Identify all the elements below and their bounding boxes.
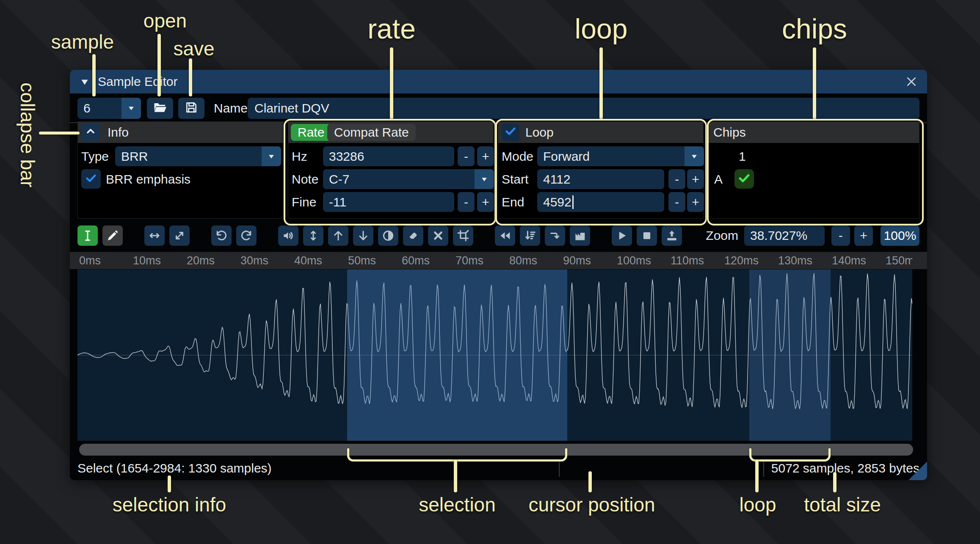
stop-preview-button[interactable] [637, 225, 657, 246]
draw-tool-button[interactable] [102, 225, 123, 246]
apply-silence-button[interactable] [428, 225, 448, 246]
play-icon [616, 229, 628, 242]
chip-enable-checkbox[interactable] [734, 169, 754, 189]
ruler-label: 110ms [671, 252, 704, 269]
type-combo[interactable]: BRR [115, 146, 281, 166]
fine-minus-button[interactable]: - [458, 192, 475, 212]
trim-button[interactable] [453, 225, 473, 246]
zoom-input[interactable]: 38.7027% [744, 225, 825, 246]
arrows-horizontal-icon [148, 229, 161, 242]
preview-button[interactable] [612, 225, 632, 246]
wavetable-icon [574, 229, 586, 242]
loop-start-label: Start [502, 169, 528, 189]
save-sample-button[interactable] [178, 98, 204, 119]
loop-start-minus-button[interactable]: - [668, 169, 685, 189]
chevron-down-icon[interactable] [685, 146, 704, 166]
chevron-down-icon[interactable] [262, 146, 281, 166]
eraser-icon [407, 229, 420, 242]
loop-region[interactable] [749, 269, 831, 441]
annotation-selection: selection [419, 493, 496, 516]
create-wavetable-button[interactable] [570, 225, 590, 246]
chevron-down-icon[interactable] [121, 98, 141, 119]
select-tool-button[interactable] [77, 225, 98, 246]
ruler-label: 10ms [133, 252, 161, 269]
loop-end-plus-button[interactable]: + [687, 192, 704, 212]
selection-region[interactable] [347, 269, 567, 441]
zoom-reset-button[interactable]: 100% [881, 225, 919, 246]
chevron-up-icon [85, 125, 97, 140]
type-value: BRR [121, 146, 148, 166]
fine-plus-button[interactable]: + [477, 192, 494, 212]
toolbar: Zoom 38.7027% - + 100% [77, 225, 919, 246]
zoom-plus-button[interactable]: + [854, 225, 873, 246]
window-collapse-triangle-icon[interactable] [79, 76, 90, 87]
close-icon[interactable] [905, 75, 918, 88]
check-icon [85, 172, 97, 186]
upload-sample-button[interactable] [662, 225, 682, 246]
resize-button[interactable] [144, 225, 165, 246]
chevron-down-icon[interactable] [475, 169, 494, 189]
brr-emphasis-checkbox[interactable] [81, 169, 101, 189]
insert-silence-button[interactable] [545, 225, 565, 246]
hz-input[interactable]: 33286 [323, 146, 454, 166]
loop-checkbox[interactable] [502, 124, 519, 141]
resample-button[interactable] [169, 225, 190, 246]
arrow-hook-down-icon [549, 229, 561, 242]
signed-unsigned-button[interactable] [403, 225, 423, 246]
info-panel-title: Info [108, 122, 129, 143]
speaker-icon [282, 229, 295, 242]
undo-button[interactable] [211, 225, 232, 246]
ruler-label: 140ms [832, 252, 866, 269]
rate-panel: Rate Compat Rate Hz 33286 - + Note C-7 F… [288, 121, 494, 219]
normalize-button[interactable] [303, 225, 323, 246]
arrows-vertical-icon [307, 229, 320, 242]
zoom-minus-button[interactable]: - [831, 225, 850, 246]
annotation-cursor-position: cursor position [528, 493, 655, 516]
annotation-rate: rate [367, 13, 416, 45]
loop-start-input[interactable]: 4112 [537, 169, 664, 189]
tab-rate[interactable]: Rate [291, 124, 331, 141]
chip-column-header: 1 [739, 146, 746, 166]
annotation-line [39, 132, 80, 135]
sample-selector[interactable]: 6 [77, 98, 141, 119]
note-combo[interactable]: C-7 [323, 169, 494, 189]
hz-plus-button[interactable]: + [477, 146, 494, 166]
hz-minus-button[interactable]: - [458, 146, 475, 166]
fine-input[interactable]: -11 [323, 192, 454, 212]
invert-button[interactable] [378, 225, 398, 246]
selection-info-text: Select (1654-2984: 1330 samples) [77, 457, 272, 479]
loop-mode-value: Forward [543, 146, 590, 166]
loop-start-plus-button[interactable]: + [687, 169, 704, 189]
ruler-label: 0ms [79, 252, 101, 269]
titlebar[interactable]: Sample Editor [70, 70, 927, 93]
fade-in-button[interactable] [328, 225, 348, 246]
loop-end-input[interactable]: 4592 [537, 192, 664, 212]
annotation-line [454, 459, 457, 492]
loop-mode-combo[interactable]: Forward [537, 146, 704, 166]
amplify-button[interactable] [278, 225, 298, 246]
ruler-label: 150ms [886, 252, 912, 269]
sample-editor-window: Sample Editor 6 Name Clarinet DQV Info T… [70, 70, 927, 480]
open-sample-button[interactable] [147, 98, 173, 119]
waveform-view[interactable] [77, 269, 912, 441]
annotation-loop-bottom: loop [740, 493, 776, 516]
tab-compat-rate[interactable]: Compat Rate [327, 124, 416, 141]
filter-button[interactable] [520, 225, 540, 246]
top-controls-row: 6 Name Clarinet DQV [70, 98, 927, 119]
collapse-bar-button[interactable] [81, 123, 100, 142]
name-input[interactable]: Clarinet DQV [248, 98, 919, 119]
loop-end-label: End [502, 192, 524, 212]
pencil-icon [106, 229, 119, 242]
ruler-label: 100ms [617, 252, 651, 269]
annotation-line [755, 459, 759, 492]
resize-grip[interactable] [908, 462, 927, 480]
window-title: Sample Editor [98, 74, 177, 89]
annotation-selection-info: selection info [113, 493, 226, 516]
ruler-label: 50ms [348, 252, 376, 269]
check-icon [737, 171, 751, 187]
reverse-button[interactable] [495, 225, 515, 246]
loop-end-minus-button[interactable]: - [668, 192, 685, 212]
fade-out-button[interactable] [353, 225, 373, 246]
redo-button[interactable] [236, 225, 257, 246]
loop-bracket [749, 448, 831, 462]
